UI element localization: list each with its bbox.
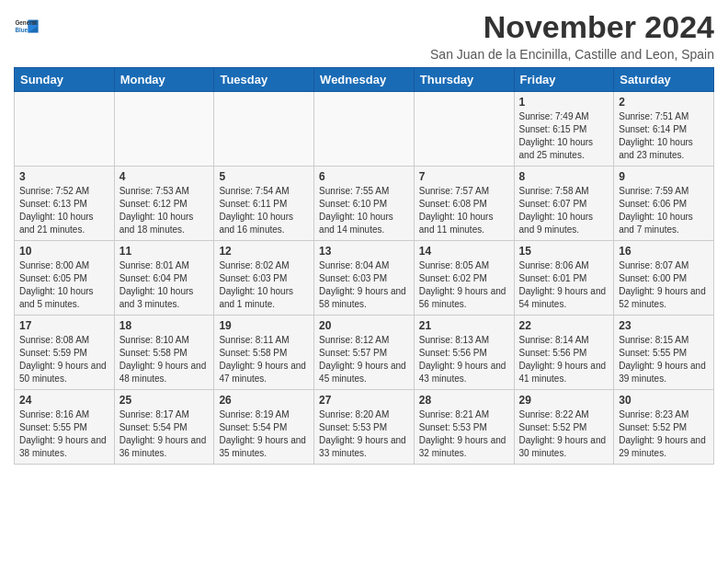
day-header-thursday: Thursday xyxy=(414,68,514,92)
calendar-cell: 4Sunrise: 7:53 AM Sunset: 6:12 PM Daylig… xyxy=(114,167,214,241)
page-header: General Blue November 2024 San Juan de l… xyxy=(14,9,714,62)
day-number: 26 xyxy=(219,394,309,407)
calendar-cell: 1Sunrise: 7:49 AM Sunset: 6:15 PM Daylig… xyxy=(514,92,614,167)
calendar-cell xyxy=(414,92,514,167)
day-info: Sunrise: 8:20 AM Sunset: 5:53 PM Dayligh… xyxy=(319,408,409,460)
day-number: 9 xyxy=(619,170,709,183)
title-area: November 2024 San Juan de la Encinilla, … xyxy=(430,9,714,62)
week-row-5: 24Sunrise: 8:16 AM Sunset: 5:55 PM Dayli… xyxy=(15,390,714,465)
day-info: Sunrise: 7:59 AM Sunset: 6:06 PM Dayligh… xyxy=(619,185,709,236)
day-info: Sunrise: 7:57 AM Sunset: 6:08 PM Dayligh… xyxy=(419,185,509,236)
week-row-4: 17Sunrise: 8:08 AM Sunset: 5:59 PM Dayli… xyxy=(15,316,714,390)
calendar-cell: 13Sunrise: 8:04 AM Sunset: 6:03 PM Dayli… xyxy=(314,241,415,316)
day-header-sunday: Sunday xyxy=(15,68,115,92)
calendar-cell: 29Sunrise: 8:22 AM Sunset: 5:52 PM Dayli… xyxy=(514,390,614,465)
calendar-cell: 6Sunrise: 7:55 AM Sunset: 6:10 PM Daylig… xyxy=(314,167,415,241)
day-number: 10 xyxy=(19,245,109,258)
day-number: 22 xyxy=(519,319,609,332)
calendar-cell: 14Sunrise: 8:05 AM Sunset: 6:02 PM Dayli… xyxy=(414,241,514,316)
calendar-cell: 10Sunrise: 8:00 AM Sunset: 6:05 PM Dayli… xyxy=(15,241,115,316)
day-info: Sunrise: 8:10 AM Sunset: 5:58 PM Dayligh… xyxy=(119,334,210,385)
calendar-cell: 24Sunrise: 8:16 AM Sunset: 5:55 PM Dayli… xyxy=(15,390,115,465)
calendar-cell: 19Sunrise: 8:11 AM Sunset: 5:58 PM Dayli… xyxy=(214,316,314,390)
calendar-body: 1Sunrise: 7:49 AM Sunset: 6:15 PM Daylig… xyxy=(15,92,714,465)
day-number: 20 xyxy=(319,319,409,332)
day-number: 18 xyxy=(119,319,210,332)
logo-icon: General Blue xyxy=(14,15,40,40)
day-info: Sunrise: 8:23 AM Sunset: 5:52 PM Dayligh… xyxy=(619,408,709,460)
day-info: Sunrise: 8:05 AM Sunset: 6:02 PM Dayligh… xyxy=(419,259,509,311)
day-number: 1 xyxy=(519,96,609,109)
day-info: Sunrise: 8:21 AM Sunset: 5:53 PM Dayligh… xyxy=(419,408,509,460)
day-number: 8 xyxy=(519,170,609,183)
calendar-cell: 12Sunrise: 8:02 AM Sunset: 6:03 PM Dayli… xyxy=(214,241,314,316)
location-subtitle: San Juan de la Encinilla, Castille and L… xyxy=(430,47,714,62)
day-header-tuesday: Tuesday xyxy=(214,68,314,92)
calendar-cell: 28Sunrise: 8:21 AM Sunset: 5:53 PM Dayli… xyxy=(414,390,514,465)
week-row-1: 1Sunrise: 7:49 AM Sunset: 6:15 PM Daylig… xyxy=(15,92,714,167)
calendar-cell: 15Sunrise: 8:06 AM Sunset: 6:01 PM Dayli… xyxy=(514,241,614,316)
day-info: Sunrise: 7:54 AM Sunset: 6:11 PM Dayligh… xyxy=(219,185,309,236)
day-number: 16 xyxy=(619,245,709,258)
calendar-cell: 17Sunrise: 8:08 AM Sunset: 5:59 PM Dayli… xyxy=(15,316,115,390)
calendar-cell: 27Sunrise: 8:20 AM Sunset: 5:53 PM Dayli… xyxy=(314,390,415,465)
calendar-cell xyxy=(15,92,115,167)
calendar-header: SundayMondayTuesdayWednesdayThursdayFrid… xyxy=(15,68,714,92)
week-row-2: 3Sunrise: 7:52 AM Sunset: 6:13 PM Daylig… xyxy=(15,167,714,241)
calendar-cell: 3Sunrise: 7:52 AM Sunset: 6:13 PM Daylig… xyxy=(15,167,115,241)
calendar-cell: 22Sunrise: 8:14 AM Sunset: 5:56 PM Dayli… xyxy=(514,316,614,390)
day-number: 12 xyxy=(219,245,309,258)
svg-text:Blue: Blue xyxy=(15,27,28,33)
calendar-cell: 18Sunrise: 8:10 AM Sunset: 5:58 PM Dayli… xyxy=(114,316,214,390)
day-number: 23 xyxy=(619,319,709,332)
week-row-3: 10Sunrise: 8:00 AM Sunset: 6:05 PM Dayli… xyxy=(15,241,714,316)
day-info: Sunrise: 8:00 AM Sunset: 6:05 PM Dayligh… xyxy=(19,259,109,311)
day-number: 13 xyxy=(319,245,409,258)
day-number: 27 xyxy=(319,394,409,407)
day-info: Sunrise: 8:11 AM Sunset: 5:58 PM Dayligh… xyxy=(219,334,309,385)
day-number: 17 xyxy=(19,319,109,332)
day-number: 2 xyxy=(619,96,709,109)
day-number: 5 xyxy=(219,170,309,183)
calendar-cell: 21Sunrise: 8:13 AM Sunset: 5:56 PM Dayli… xyxy=(414,316,514,390)
calendar-cell: 30Sunrise: 8:23 AM Sunset: 5:52 PM Dayli… xyxy=(614,390,714,465)
day-info: Sunrise: 8:07 AM Sunset: 6:00 PM Dayligh… xyxy=(619,259,709,311)
day-info: Sunrise: 7:55 AM Sunset: 6:10 PM Dayligh… xyxy=(319,185,409,236)
day-info: Sunrise: 8:01 AM Sunset: 6:04 PM Dayligh… xyxy=(119,259,210,311)
day-header-saturday: Saturday xyxy=(614,68,714,92)
calendar-cell: 16Sunrise: 8:07 AM Sunset: 6:00 PM Dayli… xyxy=(614,241,714,316)
calendar-cell: 11Sunrise: 8:01 AM Sunset: 6:04 PM Dayli… xyxy=(114,241,214,316)
day-header-wednesday: Wednesday xyxy=(314,68,415,92)
day-info: Sunrise: 8:12 AM Sunset: 5:57 PM Dayligh… xyxy=(319,334,409,385)
day-info: Sunrise: 7:58 AM Sunset: 6:07 PM Dayligh… xyxy=(519,185,609,236)
day-number: 30 xyxy=(619,394,709,407)
calendar-cell: 8Sunrise: 7:58 AM Sunset: 6:07 PM Daylig… xyxy=(514,167,614,241)
day-header-monday: Monday xyxy=(114,68,214,92)
day-number: 25 xyxy=(119,394,210,407)
svg-text:General: General xyxy=(15,19,37,26)
month-title: November 2024 xyxy=(430,9,714,45)
day-number: 28 xyxy=(419,394,509,407)
calendar-cell: 20Sunrise: 8:12 AM Sunset: 5:57 PM Dayli… xyxy=(314,316,415,390)
day-info: Sunrise: 8:19 AM Sunset: 5:54 PM Dayligh… xyxy=(219,408,309,460)
logo: General Blue xyxy=(14,15,42,40)
day-info: Sunrise: 8:15 AM Sunset: 5:55 PM Dayligh… xyxy=(619,334,709,385)
day-number: 19 xyxy=(219,319,309,332)
calendar-cell xyxy=(114,92,214,167)
calendar-cell: 23Sunrise: 8:15 AM Sunset: 5:55 PM Dayli… xyxy=(614,316,714,390)
day-info: Sunrise: 8:06 AM Sunset: 6:01 PM Dayligh… xyxy=(519,259,609,311)
day-number: 11 xyxy=(119,245,210,258)
calendar-cell: 9Sunrise: 7:59 AM Sunset: 6:06 PM Daylig… xyxy=(614,167,714,241)
day-info: Sunrise: 7:52 AM Sunset: 6:13 PM Dayligh… xyxy=(19,185,109,236)
day-info: Sunrise: 7:51 AM Sunset: 6:14 PM Dayligh… xyxy=(619,110,709,162)
day-info: Sunrise: 8:22 AM Sunset: 5:52 PM Dayligh… xyxy=(519,408,609,460)
header-row: SundayMondayTuesdayWednesdayThursdayFrid… xyxy=(15,68,714,92)
day-info: Sunrise: 7:53 AM Sunset: 6:12 PM Dayligh… xyxy=(119,185,210,236)
day-info: Sunrise: 8:14 AM Sunset: 5:56 PM Dayligh… xyxy=(519,334,609,385)
day-info: Sunrise: 8:13 AM Sunset: 5:56 PM Dayligh… xyxy=(419,334,509,385)
day-info: Sunrise: 8:04 AM Sunset: 6:03 PM Dayligh… xyxy=(319,259,409,311)
day-number: 7 xyxy=(419,170,509,183)
calendar-cell xyxy=(214,92,314,167)
calendar-cell: 25Sunrise: 8:17 AM Sunset: 5:54 PM Dayli… xyxy=(114,390,214,465)
day-number: 29 xyxy=(519,394,609,407)
